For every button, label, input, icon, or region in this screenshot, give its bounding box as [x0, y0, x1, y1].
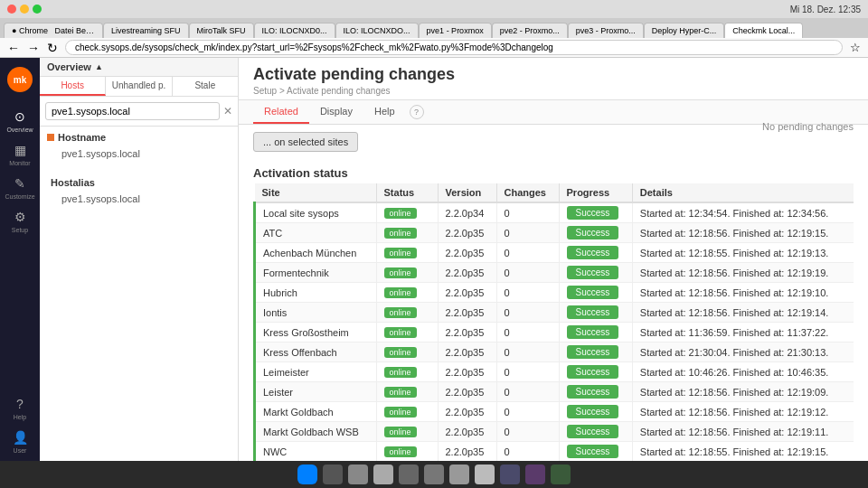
cell-changes: 0	[496, 283, 559, 303]
cell-progress: Success	[559, 402, 632, 422]
sidebar-section-hostalias: Hostalias pve1.sysops.local	[40, 166, 238, 211]
taskbar-icon-9[interactable]	[525, 465, 545, 484]
cell-status: online	[376, 382, 438, 402]
table-row: NWC online 2.2.0p35 0 Success Started at…	[255, 442, 854, 462]
table-row: Local site sysops online 2.2.0p34 0 Succ…	[255, 202, 854, 223]
taskbar-icon-4[interactable]	[399, 465, 419, 484]
cell-details: Started at: 12:18:55. Finished at: 12:19…	[632, 243, 854, 263]
content-body: ... on selected sites Activation status …	[239, 125, 868, 461]
sidebar-item-setup[interactable]: ⚙ Setup	[2, 205, 38, 237]
cell-site: Leister	[255, 382, 377, 402]
cell-changes: 0	[496, 362, 559, 382]
taskbar-icon-8[interactable]	[500, 465, 520, 484]
search-input[interactable]	[45, 102, 220, 120]
browser-tab-2[interactable]: Livestreaming SFU	[103, 23, 189, 38]
sidebar-hostname-item[interactable]: pve1.sysops.local	[47, 146, 231, 161]
cell-changes: 0	[496, 202, 559, 223]
taskbar-icon-1[interactable]	[323, 465, 343, 484]
reload-icon[interactable]: ↻	[47, 41, 58, 55]
progress-badge: Success	[567, 405, 619, 418]
tab-related[interactable]: Related	[253, 100, 309, 124]
table-row: Kress Offenbach online 2.2.0p35 0 Succes…	[255, 343, 854, 362]
progress-badge: Success	[567, 365, 619, 379]
taskbar-icon-2[interactable]	[348, 465, 368, 484]
cell-site: ATC	[255, 223, 377, 243]
taskbar-icon-6[interactable]	[449, 465, 469, 484]
tab-help[interactable]: Help	[363, 100, 406, 124]
action-button[interactable]: ... on selected sites	[253, 132, 358, 152]
star-icon[interactable]: ☆	[850, 41, 861, 54]
help-icon: ?	[12, 396, 28, 412]
taskbar-icon-finder[interactable]	[297, 465, 317, 484]
taskbar-icon-10[interactable]	[551, 465, 571, 484]
progress-badge: Success	[567, 206, 619, 220]
sidebar-tab-unhandled[interactable]: Unhandled p.	[106, 77, 172, 96]
search-clear-icon[interactable]: ✕	[223, 105, 232, 117]
setup-icon: ⚙	[12, 209, 28, 225]
sidebar-tab-hosts[interactable]: Hosts	[40, 77, 106, 96]
tab-display[interactable]: Display	[309, 100, 363, 124]
cell-changes: 0	[496, 442, 559, 462]
page-title: Activate pending changes	[253, 65, 854, 84]
sidebar-item-user[interactable]: 👤 User	[2, 426, 38, 457]
cell-status: online	[376, 202, 438, 223]
address-input[interactable]	[65, 40, 843, 55]
progress-badge: Success	[567, 286, 619, 299]
monitor-icon: ▦	[12, 142, 28, 158]
forward-icon[interactable]: →	[27, 41, 40, 55]
sidebar-icons: mk ⊙ Overview ▦ Monitor ✎ Customize ⚙ Se…	[0, 58, 40, 461]
checkmk-logo[interactable]: mk	[7, 67, 33, 92]
sidebar-item-overview[interactable]: ⊙ Overview	[2, 105, 38, 136]
browser-tab-8[interactable]: pve3 - Proxmo...	[568, 23, 644, 38]
cell-changes: 0	[496, 382, 559, 402]
cell-details: Started at: 12:18:56. Finished at: 12:19…	[632, 382, 854, 402]
cell-site: Formentechnik	[255, 263, 377, 283]
browser-tab-1[interactable]: ● Chrome Datei Bearbeiten...	[4, 23, 103, 38]
browser-tab-active[interactable]: Checkmk Local...	[724, 23, 803, 38]
table-row: Leister online 2.2.0p35 0 Success Starte…	[255, 382, 854, 402]
browser-controls	[7, 5, 42, 14]
table-row: Leimeister online 2.2.0p35 0 Success Sta…	[255, 362, 854, 382]
sidebar-item-customize[interactable]: ✎ Customize	[2, 172, 38, 203]
taskbar-icon-3[interactable]	[373, 465, 393, 484]
cell-site: Iontis	[255, 303, 377, 323]
col-progress: Progress	[559, 183, 632, 202]
sidebar-item-help[interactable]: ? Help	[2, 392, 38, 424]
cell-site: Local site sysops	[255, 202, 377, 223]
cell-status: online	[376, 263, 438, 283]
cell-progress: Success	[559, 362, 632, 382]
sidebar-tab-stale[interactable]: Stale	[173, 77, 238, 96]
browser-tab-7[interactable]: pve2 - Proxmo...	[492, 23, 568, 38]
bullet-icon	[47, 134, 54, 141]
monitor-label: Monitor	[9, 160, 30, 166]
cell-progress: Success	[559, 263, 632, 283]
browser-tab-6[interactable]: pve1 - Proxmox	[419, 23, 492, 38]
sidebar-item-monitor[interactable]: ▦ Monitor	[2, 138, 38, 170]
sidebar-hostalias-item[interactable]: pve1.sysops.local	[47, 192, 231, 206]
browser-tab-3[interactable]: MiroTalk SFU	[189, 23, 254, 38]
status-badge: online	[384, 327, 417, 338]
browser-tab-5[interactable]: ILO: ILOCNXDO...	[335, 23, 419, 38]
browser-tab-9[interactable]: Deploy Hyper-C...	[644, 23, 725, 38]
cell-details: Started at: 12:18:56. Finished at: 12:19…	[632, 283, 854, 303]
browser-addressbar: ← → ↻ ☆	[0, 38, 868, 58]
cell-site: Kress Großostheim	[255, 323, 377, 343]
cell-changes: 0	[496, 343, 559, 362]
col-details: Details	[632, 183, 854, 202]
cell-details: Started at: 11:36:59. Finished at: 11:37…	[632, 323, 854, 343]
cell-changes: 0	[496, 243, 559, 263]
browser-tab-4[interactable]: ILO: ILOCNXD0...	[254, 23, 335, 38]
status-badge: online	[384, 446, 417, 457]
cell-status: online	[376, 442, 438, 462]
taskbar-icon-5[interactable]	[424, 465, 444, 484]
cell-progress: Success	[559, 382, 632, 402]
table-row: Iontis online 2.2.0p35 0 Success Started…	[255, 303, 854, 323]
back-icon[interactable]: ←	[7, 41, 20, 55]
cell-version: 2.2.0p34	[438, 202, 496, 223]
help-circle-icon[interactable]: ?	[410, 105, 424, 119]
taskbar-icon-7[interactable]	[475, 465, 495, 484]
col-site: Site	[255, 183, 377, 202]
cell-version: 2.2.0p35	[438, 323, 496, 343]
cell-progress: Success	[559, 283, 632, 303]
cell-changes: 0	[496, 263, 559, 283]
